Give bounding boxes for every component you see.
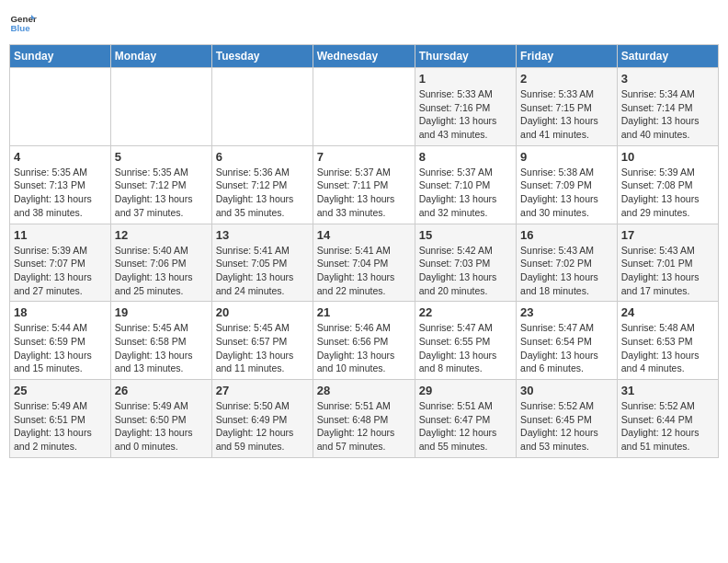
day-number: 14 bbox=[317, 228, 411, 242]
day-number: 1 bbox=[419, 72, 512, 86]
calendar-cell: 15Sunrise: 5:42 AMSunset: 7:03 PMDayligh… bbox=[415, 224, 516, 302]
day-detail: Sunrise: 5:43 AMSunset: 7:02 PMDaylight:… bbox=[520, 244, 613, 298]
calendar-cell: 28Sunrise: 5:51 AMSunset: 6:48 PMDayligh… bbox=[313, 380, 415, 458]
calendar-cell: 3Sunrise: 5:34 AMSunset: 7:14 PMDaylight… bbox=[617, 68, 718, 146]
calendar-week-row: 18Sunrise: 5:44 AMSunset: 6:59 PMDayligh… bbox=[10, 302, 719, 380]
calendar-cell: 19Sunrise: 5:45 AMSunset: 6:58 PMDayligh… bbox=[110, 302, 211, 380]
day-detail: Sunrise: 5:35 AMSunset: 7:13 PMDaylight:… bbox=[14, 166, 107, 220]
page-header: General Blue bbox=[9, 9, 719, 37]
column-header-friday: Friday bbox=[517, 45, 618, 68]
calendar-cell: 4Sunrise: 5:35 AMSunset: 7:13 PMDaylight… bbox=[10, 145, 111, 224]
calendar-cell bbox=[211, 68, 313, 146]
calendar-cell: 20Sunrise: 5:45 AMSunset: 6:57 PMDayligh… bbox=[211, 302, 313, 380]
day-detail: Sunrise: 5:41 AMSunset: 7:05 PMDaylight:… bbox=[216, 244, 309, 298]
calendar-cell: 17Sunrise: 5:43 AMSunset: 7:01 PMDayligh… bbox=[617, 224, 718, 302]
calendar-body: 1Sunrise: 5:33 AMSunset: 7:16 PMDaylight… bbox=[10, 68, 719, 458]
day-number: 21 bbox=[317, 305, 411, 319]
calendar-cell: 10Sunrise: 5:39 AMSunset: 7:08 PMDayligh… bbox=[617, 145, 718, 224]
column-header-sunday: Sunday bbox=[10, 45, 111, 68]
calendar-cell bbox=[10, 68, 111, 146]
day-detail: Sunrise: 5:45 AMSunset: 6:57 PMDaylight:… bbox=[216, 321, 309, 375]
calendar-cell: 25Sunrise: 5:49 AMSunset: 6:51 PMDayligh… bbox=[10, 380, 111, 458]
calendar-cell: 2Sunrise: 5:33 AMSunset: 7:15 PMDaylight… bbox=[517, 68, 618, 146]
day-number: 19 bbox=[115, 305, 208, 319]
calendar-cell bbox=[313, 68, 415, 146]
calendar-cell: 27Sunrise: 5:50 AMSunset: 6:49 PMDayligh… bbox=[211, 380, 313, 458]
day-detail: Sunrise: 5:37 AMSunset: 7:11 PMDaylight:… bbox=[317, 166, 411, 220]
day-number: 11 bbox=[14, 228, 107, 242]
calendar-cell: 11Sunrise: 5:39 AMSunset: 7:07 PMDayligh… bbox=[10, 224, 111, 302]
day-number: 4 bbox=[14, 150, 107, 164]
day-number: 7 bbox=[317, 150, 411, 164]
calendar-week-row: 25Sunrise: 5:49 AMSunset: 6:51 PMDayligh… bbox=[10, 380, 719, 458]
calendar-cell: 18Sunrise: 5:44 AMSunset: 6:59 PMDayligh… bbox=[10, 302, 111, 380]
day-number: 3 bbox=[621, 72, 714, 86]
day-detail: Sunrise: 5:37 AMSunset: 7:10 PMDaylight:… bbox=[419, 166, 512, 220]
calendar-cell: 23Sunrise: 5:47 AMSunset: 6:54 PMDayligh… bbox=[517, 302, 618, 380]
day-detail: Sunrise: 5:51 AMSunset: 6:48 PMDaylight:… bbox=[317, 399, 411, 454]
day-detail: Sunrise: 5:39 AMSunset: 7:07 PMDaylight:… bbox=[14, 244, 107, 298]
day-detail: Sunrise: 5:51 AMSunset: 6:47 PMDaylight:… bbox=[419, 399, 512, 454]
calendar-cell: 6Sunrise: 5:36 AMSunset: 7:12 PMDaylight… bbox=[211, 145, 313, 224]
day-number: 31 bbox=[621, 384, 714, 397]
day-detail: Sunrise: 5:49 AMSunset: 6:51 PMDaylight:… bbox=[14, 399, 107, 454]
day-detail: Sunrise: 5:50 AMSunset: 6:49 PMDaylight:… bbox=[216, 399, 309, 454]
day-detail: Sunrise: 5:35 AMSunset: 7:12 PMDaylight:… bbox=[115, 166, 208, 220]
calendar-header-row: SundayMondayTuesdayWednesdayThursdayFrid… bbox=[10, 45, 719, 68]
day-number: 8 bbox=[419, 150, 512, 164]
column-header-thursday: Thursday bbox=[415, 45, 516, 68]
day-number: 30 bbox=[520, 384, 613, 397]
svg-text:Blue: Blue bbox=[11, 23, 31, 33]
day-detail: Sunrise: 5:45 AMSunset: 6:58 PMDaylight:… bbox=[115, 321, 208, 375]
calendar-week-row: 1Sunrise: 5:33 AMSunset: 7:16 PMDaylight… bbox=[10, 68, 719, 146]
day-number: 27 bbox=[216, 384, 309, 397]
calendar-cell: 1Sunrise: 5:33 AMSunset: 7:16 PMDaylight… bbox=[415, 68, 516, 146]
day-number: 18 bbox=[14, 305, 107, 319]
calendar-table: SundayMondayTuesdayWednesdayThursdayFrid… bbox=[9, 44, 719, 458]
day-number: 29 bbox=[419, 384, 512, 397]
day-number: 20 bbox=[216, 305, 309, 319]
calendar-cell bbox=[110, 68, 211, 146]
day-detail: Sunrise: 5:39 AMSunset: 7:08 PMDaylight:… bbox=[621, 166, 714, 220]
day-detail: Sunrise: 5:34 AMSunset: 7:14 PMDaylight:… bbox=[621, 87, 714, 142]
day-detail: Sunrise: 5:40 AMSunset: 7:06 PMDaylight:… bbox=[115, 244, 208, 298]
day-number: 6 bbox=[216, 150, 309, 164]
calendar-cell: 22Sunrise: 5:47 AMSunset: 6:55 PMDayligh… bbox=[415, 302, 516, 380]
logo: General Blue bbox=[9, 9, 37, 37]
calendar-week-row: 4Sunrise: 5:35 AMSunset: 7:13 PMDaylight… bbox=[10, 145, 719, 224]
column-header-wednesday: Wednesday bbox=[313, 45, 415, 68]
day-detail: Sunrise: 5:47 AMSunset: 6:55 PMDaylight:… bbox=[419, 321, 512, 375]
day-number: 9 bbox=[520, 150, 613, 164]
calendar-week-row: 11Sunrise: 5:39 AMSunset: 7:07 PMDayligh… bbox=[10, 224, 719, 302]
column-header-monday: Monday bbox=[110, 45, 211, 68]
day-number: 12 bbox=[115, 228, 208, 242]
day-detail: Sunrise: 5:41 AMSunset: 7:04 PMDaylight:… bbox=[317, 244, 411, 298]
calendar-cell: 26Sunrise: 5:49 AMSunset: 6:50 PMDayligh… bbox=[110, 380, 211, 458]
calendar-cell: 8Sunrise: 5:37 AMSunset: 7:10 PMDaylight… bbox=[415, 145, 516, 224]
day-number: 2 bbox=[520, 72, 613, 86]
day-detail: Sunrise: 5:44 AMSunset: 6:59 PMDaylight:… bbox=[14, 321, 107, 375]
day-detail: Sunrise: 5:33 AMSunset: 7:15 PMDaylight:… bbox=[520, 87, 613, 142]
day-number: 28 bbox=[317, 384, 411, 397]
calendar-cell: 16Sunrise: 5:43 AMSunset: 7:02 PMDayligh… bbox=[517, 224, 618, 302]
calendar-cell: 31Sunrise: 5:52 AMSunset: 6:44 PMDayligh… bbox=[617, 380, 718, 458]
calendar-cell: 13Sunrise: 5:41 AMSunset: 7:05 PMDayligh… bbox=[211, 224, 313, 302]
day-detail: Sunrise: 5:52 AMSunset: 6:44 PMDaylight:… bbox=[621, 399, 714, 454]
day-detail: Sunrise: 5:38 AMSunset: 7:09 PMDaylight:… bbox=[520, 166, 613, 220]
logo-icon: General Blue bbox=[9, 9, 37, 37]
day-number: 17 bbox=[621, 228, 714, 242]
calendar-cell: 5Sunrise: 5:35 AMSunset: 7:12 PMDaylight… bbox=[110, 145, 211, 224]
day-detail: Sunrise: 5:49 AMSunset: 6:50 PMDaylight:… bbox=[115, 399, 208, 454]
day-number: 22 bbox=[419, 305, 512, 319]
day-detail: Sunrise: 5:46 AMSunset: 6:56 PMDaylight:… bbox=[317, 321, 411, 375]
calendar-cell: 24Sunrise: 5:48 AMSunset: 6:53 PMDayligh… bbox=[617, 302, 718, 380]
column-header-saturday: Saturday bbox=[617, 45, 718, 68]
calendar-cell: 30Sunrise: 5:52 AMSunset: 6:45 PMDayligh… bbox=[517, 380, 618, 458]
day-number: 15 bbox=[419, 228, 512, 242]
calendar-cell: 12Sunrise: 5:40 AMSunset: 7:06 PMDayligh… bbox=[110, 224, 211, 302]
calendar-cell: 7Sunrise: 5:37 AMSunset: 7:11 PMDaylight… bbox=[313, 145, 415, 224]
day-number: 26 bbox=[115, 384, 208, 397]
day-number: 13 bbox=[216, 228, 309, 242]
day-detail: Sunrise: 5:43 AMSunset: 7:01 PMDaylight:… bbox=[621, 244, 714, 298]
column-header-tuesday: Tuesday bbox=[211, 45, 313, 68]
